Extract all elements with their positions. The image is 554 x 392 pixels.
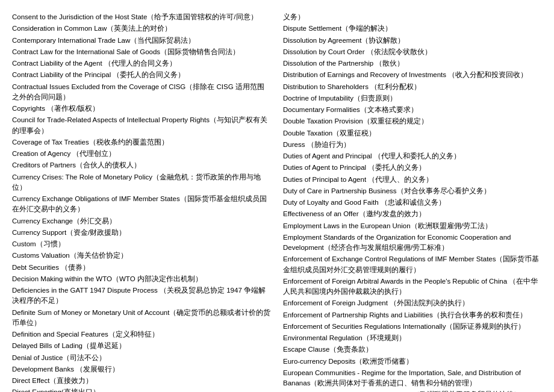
list-item: Euro-currency Deposits（欧洲货币储蓄） xyxy=(283,356,542,367)
list-item: Creation of Agency （代理创立） xyxy=(12,149,271,159)
list-item: Enforcement of Foreign Arbitral Awards i… xyxy=(283,276,542,297)
right-column: 义务）Dispute Settlement（争端的解决）Dissolution … xyxy=(283,12,542,392)
list-item: Double Taxation Provision（双重征税的规定） xyxy=(283,116,542,126)
list-item: Consideration in Common Law（英美法上的对价） xyxy=(12,23,271,34)
list-item: Duty of Care in Partnership Business（对合伙… xyxy=(283,186,542,196)
list-item: Effectiveness of an Offer（邀约/发盘的效力） xyxy=(283,209,542,219)
list-item: Dissolution of the Partnership （散伙） xyxy=(283,58,542,69)
list-item: Escape Clause（免责条款） xyxy=(283,344,542,355)
list-item: Duties of Agent to Principal （委托人的义务） xyxy=(283,163,542,173)
list-item: Development Banks （发展银行） xyxy=(12,364,271,375)
list-item: Contractual Issues Excluded from the Cov… xyxy=(12,82,271,103)
list-item: Currency Exchange Obligations of IMF Mem… xyxy=(12,194,271,215)
list-item: Contemporary International Trade Law（当代国… xyxy=(12,36,271,46)
list-item: Duty of Loyalty and Good Faith （忠诚和诚信义务） xyxy=(283,198,542,208)
list-item: Debt Securities （债券） xyxy=(12,263,271,273)
list-item: Enforcement of Partnership Rights and Li… xyxy=(283,310,542,320)
list-item: Double Taxation（双重征税） xyxy=(283,128,542,138)
list-item: Duties of Agent and Principal （代理人和委托人的义… xyxy=(283,151,542,161)
list-item: Distribution to Shareholders （红利分配权） xyxy=(283,82,542,92)
list-item: Contract Liability of the Agent （代理人的合同义… xyxy=(12,58,271,69)
list-item: Direct Exporting(直接出口） xyxy=(12,387,271,392)
list-item: Currency Support（资金/财政援助） xyxy=(12,228,271,238)
list-item: Dissolution by Court Order （依法院令状散伙） xyxy=(283,47,542,57)
list-item: Definite Sum of Money or Monetary Unit o… xyxy=(12,308,271,329)
list-item: European Communities - Regime for the Im… xyxy=(283,368,542,389)
list-item: Documentary Formalities（文本格式要求） xyxy=(283,105,542,115)
list-item: Custom（习惯） xyxy=(12,239,271,249)
list-item: Contract Law for the International Sale … xyxy=(12,47,271,57)
list-item: Employment Standards of the Organization… xyxy=(283,232,542,254)
list-item: Decision Making within the WTO（WTO 内部决定作… xyxy=(12,274,271,284)
list-item: Enforcement of Securities Regulations In… xyxy=(283,322,542,332)
list-item: Copyrights （著作权/版权） xyxy=(12,104,271,114)
list-item: Enforcement of Foreign Judgment （外国法院判决的… xyxy=(283,298,542,308)
list-item: Environmental Regulation（环境规则） xyxy=(283,333,542,343)
list-item: Direct Effect（直接效力） xyxy=(12,376,271,386)
list-item: Dissolution by Agreement（协议解散） xyxy=(283,36,542,46)
left-column: Consent to the Jurisdiction of the Host … xyxy=(12,12,271,392)
list-item: Enforcement of Exchange Control Regulati… xyxy=(283,254,542,275)
list-item: Definition and Special Features（定义和特征） xyxy=(12,329,271,340)
list-item: European Union Law on Trade in Services（… xyxy=(283,390,542,392)
list-item: Distribution of Earnings and Recovery of… xyxy=(283,70,542,80)
list-item: Doctrine of Imputability（归责原则） xyxy=(283,93,542,104)
list-item: Denial of Justice（司法不公） xyxy=(12,353,271,363)
list-item: Contract Liability of the Principal （委托人… xyxy=(12,70,271,80)
list-item: Duties of Principal to Agent （代理人、的义务） xyxy=(283,175,542,185)
list-item: Duress （胁迫行为） xyxy=(283,140,542,150)
list-item: Council for Trade-Related Aspects of Int… xyxy=(12,115,271,136)
list-item: Customs Valuation（海关估价协定） xyxy=(12,250,271,261)
list-item: Deficiencies in the GATT 1947 Dispute Pr… xyxy=(12,285,271,306)
main-content: Consent to the Jurisdiction of the Host … xyxy=(12,12,542,392)
list-item: Creditors of Partners（合伙人的债权人） xyxy=(12,160,271,170)
list-item: Consent to the Jurisdiction of the Host … xyxy=(12,12,271,22)
list-item: 义务） xyxy=(283,12,542,22)
list-item: Dispute Settlement（争端的解决） xyxy=(283,23,542,34)
list-item: Currency Crises: The Role of Monetary Po… xyxy=(12,172,271,193)
list-item: Delayed Bills of Lading（提单迟延） xyxy=(12,341,271,351)
list-item: Coverage of Tax Treaties（税收条约的覆盖范围） xyxy=(12,137,271,148)
list-item: Currency Exchange（外汇交易） xyxy=(12,216,271,226)
list-item: Employment Laws in the European Union（欧洲… xyxy=(283,221,542,231)
